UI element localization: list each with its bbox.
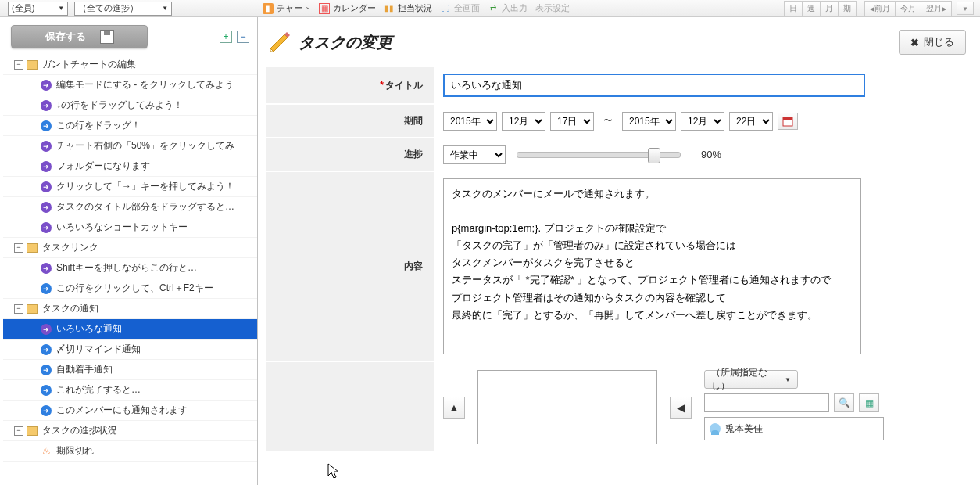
member-search-input[interactable] xyxy=(704,393,829,412)
fullscreen-icon: ⛶ xyxy=(440,3,451,14)
fullscreen-tab[interactable]: ⛶ 全画面 xyxy=(440,2,480,14)
tree-item[interactable]: ➜Shiftキーを押しながらこの行と… xyxy=(3,258,257,278)
arrow-node-icon: ➜ xyxy=(41,161,52,172)
grid-icon: ▦ xyxy=(865,397,874,408)
arrow-node-icon: ➜ xyxy=(41,385,52,396)
assignment-tab[interactable]: ▮▮ 担当状況 xyxy=(384,2,432,14)
selected-members-listbox[interactable] xyxy=(477,370,657,444)
tree-item[interactable]: ➜〆切リマインド通知 xyxy=(3,340,257,360)
tree-item[interactable]: ➜この行をクリックして、Ctrl＋F2キー xyxy=(3,278,257,299)
arrow-node-icon: ➜ xyxy=(41,222,52,233)
tree-folder[interactable]: −タスクの進捗状況 xyxy=(3,421,257,441)
tree-toggle-icon[interactable]: − xyxy=(14,243,23,253)
start-month-select[interactable]: 12月 xyxy=(502,112,545,131)
end-month-select[interactable]: 12月 xyxy=(681,112,724,131)
nav-today[interactable]: 今月 xyxy=(896,1,921,16)
fullscreen-label: 全画面 xyxy=(454,2,480,14)
tree-item-label: タスクのタイトル部分をドラッグすると… xyxy=(56,200,234,214)
arrow-node-icon: ➜ xyxy=(41,100,52,111)
nav-next[interactable]: 翌月▶ xyxy=(921,1,952,16)
progress-slider-knob[interactable] xyxy=(648,148,660,163)
department-value: （所属指定なし） xyxy=(711,366,780,393)
chart-tab[interactable]: ▮ チャート xyxy=(263,2,311,14)
end-year-select[interactable]: 2015年 xyxy=(622,112,676,131)
nav-prev[interactable]: ◀前月 xyxy=(864,1,896,16)
available-members-listbox[interactable]: 兎本美佳 xyxy=(704,417,884,440)
nav-period[interactable]: 期 xyxy=(839,1,857,16)
filter-progress-select[interactable]: （全ての進捗）▼ xyxy=(74,2,172,16)
folder-icon xyxy=(27,304,38,314)
filter-progress-value: （全ての進捗） xyxy=(78,2,138,14)
tree-item[interactable]: ➜いろいろな通知 xyxy=(3,319,257,340)
tree-item-label: この行をクリックして、Ctrl＋F2キー xyxy=(56,282,213,295)
close-icon: ✖ xyxy=(910,37,919,48)
progress-status-select[interactable]: 作業中 xyxy=(443,146,506,164)
task-tree[interactable]: −ガントチャートの編集➜編集モードにする - をクリックしてみよう➜↓の行をドラ… xyxy=(0,55,257,485)
member-name: 兎本美佳 xyxy=(725,422,763,436)
folder-icon xyxy=(27,426,38,436)
period-label: 期間 xyxy=(404,114,423,128)
title-input[interactable] xyxy=(443,74,865,97)
tree-toggle-icon[interactable]: − xyxy=(14,426,23,436)
collapse-all-button[interactable]: − xyxy=(237,31,249,43)
tree-item-label: クリックして「→」キーを押してみよう！ xyxy=(56,180,234,193)
tree-item-label: いろいろなショートカットキー xyxy=(56,221,188,234)
io-label: 入出力 xyxy=(502,2,528,14)
tree-item[interactable]: ♨期限切れ xyxy=(3,441,257,462)
nav-day[interactable]: 日 xyxy=(784,1,803,16)
calendar-icon: ▦ xyxy=(319,3,330,14)
tree-item[interactable]: ➜↓の行をドラッグしてみよう！ xyxy=(3,95,257,116)
start-year-select[interactable]: 2015年 xyxy=(443,112,497,131)
tree-folder[interactable]: −ガントチャートの編集 xyxy=(3,55,257,75)
progress-percent: 90% xyxy=(701,149,721,160)
close-button[interactable]: ✖ 閉じる xyxy=(899,30,966,55)
tree-item[interactable]: ➜チャート右側の「50%」をクリックしてみ xyxy=(3,136,257,156)
move-left-button[interactable]: ◀ xyxy=(670,397,692,419)
arrow-node-icon: ➜ xyxy=(41,324,52,335)
department-select[interactable]: （所属指定なし）▼ xyxy=(704,370,798,389)
tree-item[interactable]: ➜タスクのタイトル部分をドラッグすると… xyxy=(3,197,257,217)
expand-all-button[interactable]: + xyxy=(220,31,232,43)
io-tab[interactable]: ⇄ 入出力 xyxy=(488,2,528,14)
tree-item[interactable]: ➜このメンバーにも通知されます xyxy=(3,401,257,421)
tree-item[interactable]: ➜これが完了すると… xyxy=(3,380,257,401)
filter-member-select[interactable]: (全員)▼ xyxy=(8,2,68,16)
tree-item[interactable]: ➜編集モードにする - をクリックしてみよう xyxy=(3,75,257,95)
tree-item[interactable]: ➜クリックして「→」キーを押してみよう！ xyxy=(3,177,257,197)
tree-item-label: 編集モードにする - をクリックしてみよう xyxy=(56,78,234,92)
page-title: タスクの変更 xyxy=(299,32,392,53)
nav-dropdown[interactable]: ▼ xyxy=(957,2,974,15)
tree-item[interactable]: ➜自動着手通知 xyxy=(3,360,257,380)
progress-slider[interactable] xyxy=(517,152,681,158)
start-day-select[interactable]: 17日 xyxy=(550,112,594,131)
filter-member-value: (全員) xyxy=(12,2,34,14)
display-tab[interactable]: 表示設定 xyxy=(535,2,570,14)
arrow-node-icon: ➜ xyxy=(41,80,52,91)
person-icon xyxy=(710,423,721,434)
tree-folder-label: タスクリンク xyxy=(42,241,98,254)
calendar-picker-button[interactable] xyxy=(778,113,798,130)
tree-toggle-icon[interactable]: − xyxy=(14,304,23,314)
tree-folder[interactable]: −タスクリンク xyxy=(3,238,257,258)
tree-item-label: チャート右側の「50%」をクリックしてみ xyxy=(56,139,234,153)
tree-item-label: 〆切リマインド通知 xyxy=(56,343,141,356)
calendar-tab[interactable]: ▦ カレンダー xyxy=(319,2,376,14)
content-textarea[interactable] xyxy=(443,178,861,354)
search-button[interactable]: 🔍 xyxy=(834,393,854,412)
move-up-button[interactable]: ▲ xyxy=(443,397,465,419)
tree-item[interactable]: ➜この行をドラッグ！ xyxy=(3,116,257,136)
arrow-node-icon: ➜ xyxy=(41,405,52,416)
save-button[interactable]: 保存する xyxy=(11,25,148,48)
arrow-node-icon: ➜ xyxy=(41,263,52,274)
end-day-select[interactable]: 22日 xyxy=(729,112,773,131)
tree-item-label: 期限切れ xyxy=(56,444,94,458)
tree-item[interactable]: ➜フォルダーになります xyxy=(3,156,257,177)
nav-month[interactable]: 月 xyxy=(821,1,839,16)
svg-rect-4 xyxy=(783,117,792,120)
tree-item[interactable]: ➜いろいろなショートカットキー xyxy=(3,217,257,238)
tree-folder[interactable]: −タスクの通知 xyxy=(3,299,257,319)
progress-label: 進捗 xyxy=(404,148,423,161)
nav-week[interactable]: 週 xyxy=(803,1,821,16)
tree-toggle-icon[interactable]: − xyxy=(14,60,23,70)
list-view-button[interactable]: ▦ xyxy=(859,393,879,412)
